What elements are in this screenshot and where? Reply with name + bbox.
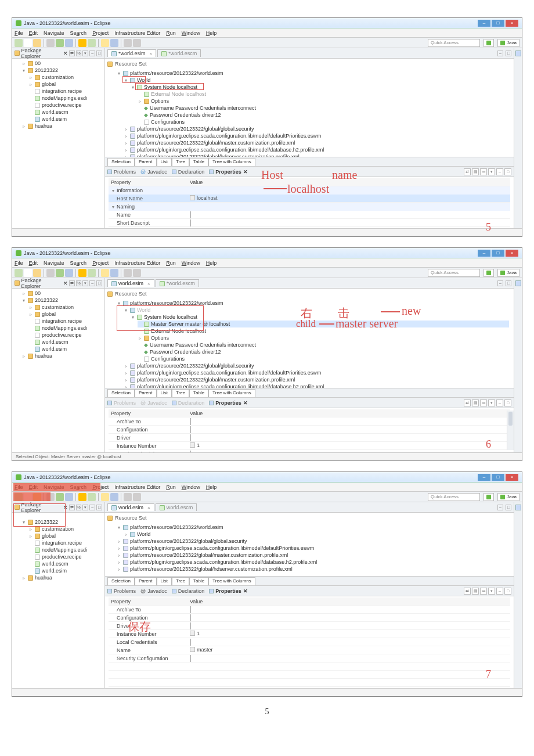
view-menu-icon[interactable]: ▾ [82, 51, 88, 56]
menu-window[interactable]: Window [182, 30, 200, 36]
java-perspective-button[interactable]: Java [497, 39, 519, 47]
tool-debug[interactable] [46, 39, 55, 47]
tool-ann[interactable] [110, 39, 118, 47]
props-icon [209, 170, 214, 174]
ed-max-icon[interactable]: □ [506, 51, 511, 56]
prop-hostname-key: Host Name [109, 196, 190, 201]
close-button[interactable]: × [506, 250, 518, 257]
close-icon[interactable]: × [150, 51, 153, 56]
link-icon[interactable]: % [76, 51, 82, 56]
right-trim [514, 48, 522, 228]
package-explorer-tab[interactable]: Package Explorer ✕ ⇄ % ▾ – □ [12, 48, 104, 59]
properties-view[interactable]: PropertyValue ▾Information Host Nameloca… [105, 177, 514, 228]
scrollbar[interactable] [507, 411, 514, 450]
esim-icon [111, 51, 117, 56]
mode-table[interactable]: Table [189, 158, 208, 166]
tool-back[interactable] [124, 39, 132, 47]
minimize-button[interactable]: – [478, 250, 490, 257]
window-titlebar: Java - 20123322/world.esim - Eclipse – □… [12, 18, 522, 28]
outline-icon[interactable] [515, 505, 521, 510]
collapse-icon[interactable]: ⇄ [69, 51, 75, 56]
text-badge-icon [190, 195, 195, 200]
min-icon[interactable]: – [89, 51, 95, 56]
page-number: 5 [12, 707, 522, 717]
tab-problems[interactable]: Problems [107, 169, 136, 175]
outline-icon[interactable] [515, 280, 521, 286]
menu-search[interactable]: Search [70, 30, 87, 36]
prop-hostname-val[interactable]: localhost [190, 195, 510, 202]
editor-body[interactable]: Resource Set ▾platform:/resource/2012332… [105, 59, 514, 157]
mode-tree[interactable]: Tree [172, 158, 189, 166]
mode-parent[interactable]: Parent [135, 158, 157, 166]
tool-newpkg[interactable] [78, 39, 86, 47]
tool-newtype[interactable] [88, 39, 96, 47]
tool-saveall[interactable] [33, 39, 41, 47]
properties-view[interactable]: PropertyValue Archive To Configuration D… [105, 408, 514, 452]
tab-declaration[interactable]: Declaration [172, 169, 205, 175]
tab-properties[interactable]: Properties ✕ [209, 169, 248, 175]
quick-access-input[interactable]: Quick Access [428, 39, 480, 47]
java-icon [500, 41, 505, 45]
screenshot-1: Java - 20123322/world.esim - Eclipse – □… [12, 17, 522, 237]
max-icon[interactable]: □ [96, 51, 102, 56]
menu-infra[interactable]: Infrastructure Editor [114, 30, 160, 36]
menu-bar: File Edit Navigate Search Project Infras… [12, 28, 522, 38]
folder-icon [15, 51, 20, 56]
menu-icon[interactable]: ▾ [488, 168, 495, 175]
screenshot-3: Java - 20123322/world.esim - Eclipse –□×… [12, 471, 522, 697]
tool-ext[interactable] [65, 39, 73, 47]
maximize-button[interactable]: □ [492, 20, 504, 27]
mode-list[interactable]: List [157, 158, 172, 166]
package-explorer-tree[interactable]: ▹00 ▾20123322 ▹customization ▹global int… [12, 59, 104, 131]
filter-icon[interactable]: ⩸ [480, 168, 487, 175]
editor-tab[interactable]: *world.escm [157, 49, 201, 57]
decl-icon [172, 170, 176, 174]
toolbar: Quick Access Java [12, 38, 522, 48]
maximize-button[interactable]: □ [492, 250, 504, 257]
tool-search[interactable] [101, 39, 109, 47]
minimize-button[interactable]: – [478, 20, 490, 27]
menu-project[interactable]: Project [92, 30, 109, 36]
menu-run[interactable]: Run [166, 30, 176, 36]
screenshot-2: Java - 20123322/world.esim - Eclipse –□×… [12, 247, 522, 461]
eclipse-icon [16, 20, 21, 26]
menu-edit[interactable]: Edit [29, 30, 38, 36]
master-server-node[interactable]: Master Server master @ localhost [151, 321, 230, 327]
status-bar [12, 228, 522, 236]
resource-icon [107, 62, 113, 67]
tool-new[interactable] [15, 39, 23, 47]
tool-run[interactable] [56, 39, 64, 47]
menu-help[interactable]: Help [206, 30, 217, 36]
editor-tab-active[interactable]: world.esim× [107, 279, 154, 287]
escm-icon [161, 51, 167, 56]
editor-mode-tabs: Selection Parent List Tree Table Tree wi… [105, 157, 514, 166]
pin-icon[interactable]: ⇄ [464, 168, 471, 175]
min-icon[interactable]: – [496, 168, 503, 175]
ed-min-icon[interactable]: – [497, 51, 503, 56]
tool-fwd[interactable] [133, 39, 141, 47]
tool-save[interactable] [24, 39, 32, 47]
outline-icon[interactable] [515, 51, 521, 56]
mode-selection[interactable]: Selection [107, 158, 135, 166]
close-button[interactable]: × [506, 20, 518, 27]
resource-set-label: Resource Set [115, 61, 147, 67]
quick-access-input[interactable]: Quick Access [428, 269, 480, 277]
properties-view[interactable]: PropertyValue Archive To Configuration D… [105, 596, 514, 688]
tab-javadoc[interactable]: @Javadoc [140, 169, 167, 175]
open-perspective-button[interactable] [484, 39, 494, 47]
menu-file[interactable]: File [15, 30, 23, 36]
menu-navigate[interactable]: Navigate [44, 30, 64, 36]
editor-tab[interactable]: *world.escm [156, 279, 199, 287]
mode-twc[interactable]: Tree with Columns [208, 158, 255, 166]
window-title: Java - 20123322/world.esim - Eclipse [24, 20, 111, 26]
max-icon[interactable]: □ [504, 168, 511, 175]
cat-icon[interactable]: ▤ [472, 168, 479, 175]
status-bar: Selected Object: Master Server master @ … [12, 452, 522, 460]
problems-icon [107, 170, 112, 174]
editor-tab-active[interactable]: *world.esim× [107, 49, 156, 57]
